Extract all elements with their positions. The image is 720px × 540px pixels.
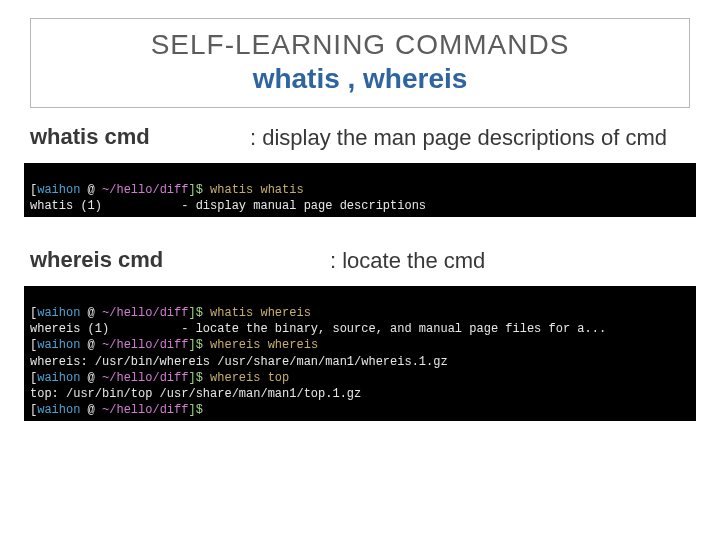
terminal-line: [waihon @ ~/hello/diff]$ whereis top <box>30 371 289 385</box>
row-whatis: whatis cmd : display the man page descri… <box>24 124 696 153</box>
terminal-output: whereis (1) - locate the binary, source,… <box>30 322 606 336</box>
terminal-whereis: [waihon @ ~/hello/diff]$ whatis whereis … <box>24 286 696 422</box>
terminal-whatis: [waihon @ ~/hello/diff]$ whatis whatis w… <box>24 163 696 218</box>
terminal-output: whatis (1) - display manual page descrip… <box>30 199 426 213</box>
terminal-line: [waihon @ ~/hello/diff]$ whereis whereis <box>30 338 318 352</box>
title-line2: whatis , whereis <box>39 63 681 95</box>
terminal-line: [waihon @ ~/hello/diff]$ whatis whatis <box>30 183 304 197</box>
row-whereis-desc: : locate the cmd <box>330 247 485 276</box>
row-whereis-cmd: whereis cmd <box>30 247 330 273</box>
row-whatis-desc: : display the man page descriptions of c… <box>250 124 667 153</box>
terminal-output: whereis: /usr/bin/whereis /usr/share/man… <box>30 355 448 369</box>
terminal-output: top: /usr/bin/top /usr/share/man/man1/to… <box>30 387 361 401</box>
title-box: SELF-LEARNING COMMANDS whatis , whereis <box>30 18 690 108</box>
slide: SELF-LEARNING COMMANDS whatis , whereis … <box>0 0 720 540</box>
terminal-line: [waihon @ ~/hello/diff]$ whatis whereis <box>30 306 311 320</box>
row-whatis-cmd: whatis cmd <box>30 124 250 150</box>
title-line1: SELF-LEARNING COMMANDS <box>39 29 681 61</box>
row-whereis: whereis cmd : locate the cmd <box>24 247 696 276</box>
terminal-line: [waihon @ ~/hello/diff]$ <box>30 403 210 417</box>
